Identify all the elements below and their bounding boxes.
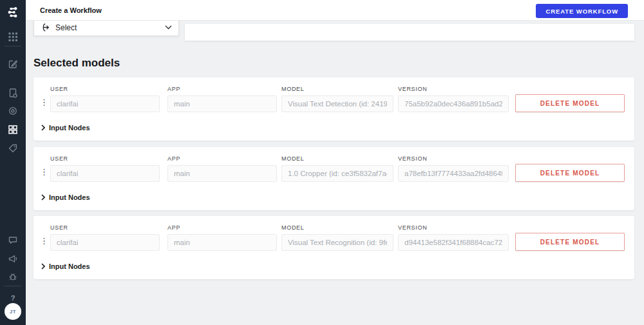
app-field: APP <box>167 224 277 251</box>
sidebar-item-edit[interactable] <box>0 57 26 71</box>
chevron-right-icon <box>41 263 45 270</box>
preview-eye-icon <box>8 106 18 116</box>
sidebar-item-concepts[interactable] <box>0 141 26 155</box>
user-field: USER <box>50 86 160 112</box>
app-field: APP <box>167 155 277 182</box>
app-input[interactable] <box>167 234 277 251</box>
user-field: USER <box>50 224 160 251</box>
user-input[interactable] <box>50 165 160 182</box>
app-input[interactable] <box>167 165 277 182</box>
chevron-down-icon <box>165 25 172 30</box>
main-content: Select Selected models ⋮ USER APP MODEL <box>26 21 644 325</box>
sidebar: ? JT <box>0 0 26 325</box>
model-select-dropdown[interactable]: Select <box>33 19 179 36</box>
app-label: APP <box>167 155 277 162</box>
user-field: USER <box>50 155 160 182</box>
select-dropdown-value: Select <box>55 23 165 32</box>
help-icon: ? <box>11 294 15 302</box>
app-label: APP <box>167 224 277 231</box>
drag-handle-icon[interactable]: ⋮ <box>40 235 46 248</box>
delete-model-button[interactable]: DELETE MODEL <box>515 233 625 251</box>
model-label: MODEL <box>281 86 393 92</box>
chevron-right-icon <box>41 194 45 201</box>
sidebar-item-inputs[interactable] <box>0 86 26 100</box>
sidebar-divider <box>5 286 21 286</box>
bug-icon <box>8 271 18 282</box>
version-field: VERSION <box>398 155 509 182</box>
model-card: ⋮ USER APP MODEL VERSION DELETE MODEL <box>33 77 634 141</box>
edit-icon <box>8 59 18 69</box>
drag-handle-icon[interactable]: ⋮ <box>40 97 46 110</box>
sidebar-item-apps[interactable] <box>0 30 26 44</box>
user-label: USER <box>50 224 160 231</box>
input-nodes-label: Input Nodes <box>49 193 90 201</box>
user-label: USER <box>50 86 160 92</box>
model-card: ⋮ USER APP MODEL VERSION DELETE MODEL <box>33 216 634 279</box>
sidebar-item-announcements[interactable] <box>0 251 26 266</box>
announcements-icon <box>8 253 18 264</box>
version-input[interactable] <box>398 165 509 182</box>
version-input[interactable] <box>398 95 509 112</box>
sidebar-item-chat[interactable] <box>0 233 26 247</box>
input-nodes-label: Input Nodes <box>49 262 90 270</box>
model-field: MODEL <box>281 86 393 112</box>
sidebar-item-preview[interactable] <box>0 104 26 118</box>
sidebar-item-models-active[interactable] <box>0 123 26 137</box>
input-nodes-label: Input Nodes <box>49 124 90 132</box>
app-input[interactable] <box>167 95 277 112</box>
version-field: VERSION <box>398 224 509 251</box>
model-card: ⋮ USER APP MODEL VERSION DELETE MODEL <box>33 147 634 210</box>
models-grid-icon <box>8 124 18 135</box>
page-header: Create a Workflow CREATE WORKFLOW <box>26 0 644 21</box>
sidebar-divider <box>5 46 21 46</box>
create-workflow-button[interactable]: CREATE WORKFLOW <box>536 4 628 18</box>
user-input[interactable] <box>50 95 160 112</box>
workflow-editor-page: ? JT Create a Workflow CREATE WORKFLOW S… <box>0 0 644 325</box>
input-nodes-toggle[interactable]: Input Nodes <box>41 124 90 132</box>
user-input[interactable] <box>50 234 160 251</box>
scrolled-panel-remnant <box>185 24 634 41</box>
model-label: MODEL <box>281 224 393 231</box>
chevron-right-icon <box>41 124 45 131</box>
model-input[interactable] <box>281 95 393 112</box>
page-title: Create a Workflow <box>40 6 102 14</box>
avatar-initials: JT <box>10 309 16 315</box>
apps-grid-icon <box>8 32 18 42</box>
version-label: VERSION <box>398 155 509 162</box>
sidebar-item-bug-report[interactable] <box>0 270 26 284</box>
export-arrow-icon <box>41 23 50 32</box>
avatar[interactable]: JT <box>5 303 21 320</box>
model-field: MODEL <box>281 224 393 251</box>
model-field: MODEL <box>281 155 393 182</box>
app-label: APP <box>167 86 277 92</box>
clarifai-logo-icon <box>6 6 19 19</box>
model-input[interactable] <box>281 165 393 182</box>
input-nodes-toggle[interactable]: Input Nodes <box>41 193 90 201</box>
clarifai-logo[interactable] <box>0 5 26 19</box>
chat-icon <box>8 235 18 245</box>
model-input[interactable] <box>281 234 393 251</box>
version-input[interactable] <box>398 234 509 251</box>
delete-model-button[interactable]: DELETE MODEL <box>515 164 625 182</box>
tag-icon <box>8 143 18 153</box>
document-icon <box>8 88 18 98</box>
delete-model-button[interactable]: DELETE MODEL <box>515 94 625 112</box>
version-label: VERSION <box>398 86 509 92</box>
app-field: APP <box>167 86 277 112</box>
model-label: MODEL <box>281 155 393 162</box>
version-field: VERSION <box>398 86 509 112</box>
user-label: USER <box>50 155 160 162</box>
drag-handle-icon[interactable]: ⋮ <box>40 166 46 179</box>
input-nodes-toggle[interactable]: Input Nodes <box>41 262 90 270</box>
section-title: Selected models <box>33 57 120 70</box>
version-label: VERSION <box>398 224 509 231</box>
